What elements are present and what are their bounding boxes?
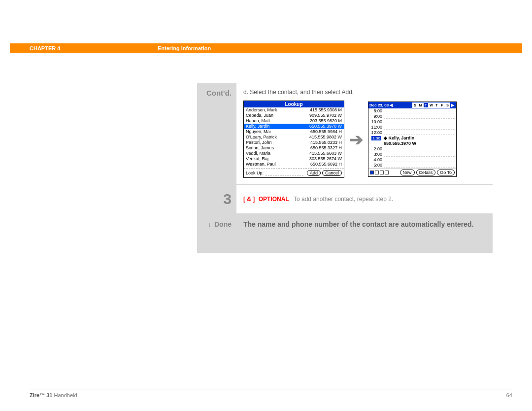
day-cell[interactable]: T bbox=[423, 103, 429, 108]
contact-list: Anderson, Mark415.555.9308 MCepeda, Juan… bbox=[244, 107, 344, 167]
contact-row[interactable]: Kelly, Jardin650.555.3970 W bbox=[244, 124, 344, 129]
step-contd-row: Cont'd. d. Select the contact, and then … bbox=[197, 83, 493, 185]
contact-row[interactable]: Nguyen, Mai650.555.9984 H bbox=[244, 129, 344, 135]
view-month-icon[interactable] bbox=[380, 171, 384, 174]
contact-row[interactable]: Pastori, John415.555.0233 H bbox=[244, 140, 344, 145]
contact-row[interactable]: Cepeda, Juan909.555.9702 W bbox=[244, 113, 344, 118]
lookup-field-label: Look Up: bbox=[246, 171, 264, 175]
step-number: 3 bbox=[197, 185, 236, 213]
content-panel: Cont'd. d. Select the contact, and then … bbox=[197, 83, 493, 253]
calendar-time-row[interactable]: 10:00 bbox=[368, 119, 456, 125]
day-cell[interactable]: F bbox=[439, 103, 445, 108]
contact-row[interactable]: Hanon, Matt203.555.9820 M bbox=[244, 118, 344, 124]
contact-row[interactable]: O'Leary, Patrick415.555.9802 W bbox=[244, 135, 344, 140]
step-3-body: [ & ] OPTIONAL To add another contact, r… bbox=[236, 185, 493, 213]
lookup-input[interactable] bbox=[266, 171, 303, 175]
screenshots-wrapper: Lookup Anderson, Mark415.555.9308 MCeped… bbox=[243, 101, 486, 178]
contact-row[interactable]: Westman, Paul650.555.6692 H bbox=[244, 162, 344, 167]
contd-instruction: d. Select the contact, and then select A… bbox=[243, 89, 486, 96]
day-picker[interactable]: SMTWTFS bbox=[412, 103, 450, 108]
new-button[interactable]: New bbox=[400, 170, 415, 175]
day-cell[interactable]: S bbox=[412, 103, 418, 108]
view-week-icon[interactable] bbox=[375, 171, 379, 174]
next-week-icon[interactable]: ▶ bbox=[450, 103, 455, 107]
day-cell[interactable]: M bbox=[418, 103, 423, 108]
arrow-right-icon: ➔ bbox=[349, 130, 363, 149]
contact-row[interactable]: Simon, James650.555.3327 H bbox=[244, 145, 344, 151]
contact-row[interactable]: Veddi, Maria415.555.6683 W bbox=[244, 151, 344, 156]
done-arrow-icon: ↓ bbox=[208, 220, 211, 228]
day-cell[interactable]: W bbox=[429, 103, 434, 108]
contd-label: Cont'd. bbox=[197, 83, 236, 184]
calendar-screen: Dec 23, 03 ◀ SMTWTFS ▶ 8:009:0010:0011:0… bbox=[368, 102, 457, 177]
view-agenda-icon[interactable] bbox=[385, 171, 389, 174]
page-number: 64 bbox=[506, 392, 512, 398]
add-button[interactable]: Add bbox=[307, 170, 321, 176]
step-3-text: To add another contact, repeat step 2. bbox=[294, 196, 393, 203]
product-name-bold: Zire™ 31 bbox=[30, 392, 52, 398]
day-cell[interactable]: T bbox=[434, 103, 439, 108]
done-label: Done bbox=[214, 220, 232, 228]
calendar-time-row[interactable]: 4:00 bbox=[368, 157, 456, 163]
details-button[interactable]: Details bbox=[416, 170, 436, 175]
header-bar: CHAPTER 4 Entering Information bbox=[10, 43, 522, 53]
calendar-header: Dec 23, 03 ◀ SMTWTFS ▶ bbox=[368, 102, 456, 108]
lookup-footer: Look Up: Add Cancel bbox=[244, 168, 344, 177]
done-row: ↓ Done The name and phone number of the … bbox=[197, 214, 493, 253]
calendar-footer: New Details Go To bbox=[368, 168, 456, 176]
contact-row[interactable]: Anderson, Mark415.555.9308 M bbox=[244, 107, 344, 113]
goto-button[interactable]: Go To bbox=[437, 170, 455, 175]
view-day-icon[interactable] bbox=[370, 171, 374, 174]
calendar-date: Dec 23, 03 bbox=[369, 103, 389, 107]
optional-bracket: [ & ] bbox=[243, 196, 255, 203]
calendar-time-row[interactable]: 5:00 bbox=[368, 163, 456, 168]
cancel-button[interactable]: Cancel bbox=[322, 170, 342, 176]
contd-body: d. Select the contact, and then select A… bbox=[236, 83, 493, 184]
page-footer: Zire™ 31 Handheld 64 bbox=[30, 389, 512, 398]
calendar-time-row[interactable]: 9:00 bbox=[368, 114, 456, 119]
calendar-body: 8:009:0010:0011:0012:001:00◆ Kelly, Jard… bbox=[368, 108, 456, 168]
product-name-rest: Handheld bbox=[52, 392, 77, 398]
lookup-screen: Lookup Anderson, Mark415.555.9308 MCeped… bbox=[243, 101, 344, 178]
contact-row[interactable]: Venkat, Raj303.555.2674 W bbox=[244, 156, 344, 162]
prev-week-icon[interactable]: ◀ bbox=[389, 103, 394, 107]
done-label-cell: ↓ Done bbox=[197, 214, 236, 253]
calendar-time-row[interactable]: 12:00 bbox=[368, 130, 456, 136]
calendar-time-row[interactable]: 1:00◆ Kelly, Jardin bbox=[368, 136, 456, 141]
calendar-event-detail: 650.555.3970 W bbox=[368, 141, 456, 146]
done-text: The name and phone number of the contact… bbox=[243, 220, 474, 228]
done-body: The name and phone number of the contact… bbox=[236, 214, 493, 253]
product-name: Zire™ 31 Handheld bbox=[30, 392, 77, 398]
calendar-time-row[interactable]: 8:00 bbox=[368, 108, 456, 114]
lookup-title: Lookup bbox=[244, 101, 344, 107]
calendar-time-row[interactable]: 3:00 bbox=[368, 152, 456, 157]
chapter-label: CHAPTER 4 bbox=[30, 45, 158, 51]
optional-label: OPTIONAL bbox=[259, 196, 289, 203]
step-3-row: 3 [ & ] OPTIONAL To add another contact,… bbox=[197, 185, 493, 214]
calendar-time-row[interactable]: 2:00 bbox=[368, 146, 456, 152]
day-cell[interactable]: S bbox=[445, 103, 450, 108]
calendar-time-row[interactable]: 11:00 bbox=[368, 125, 456, 130]
section-title: Entering Information bbox=[158, 45, 211, 51]
